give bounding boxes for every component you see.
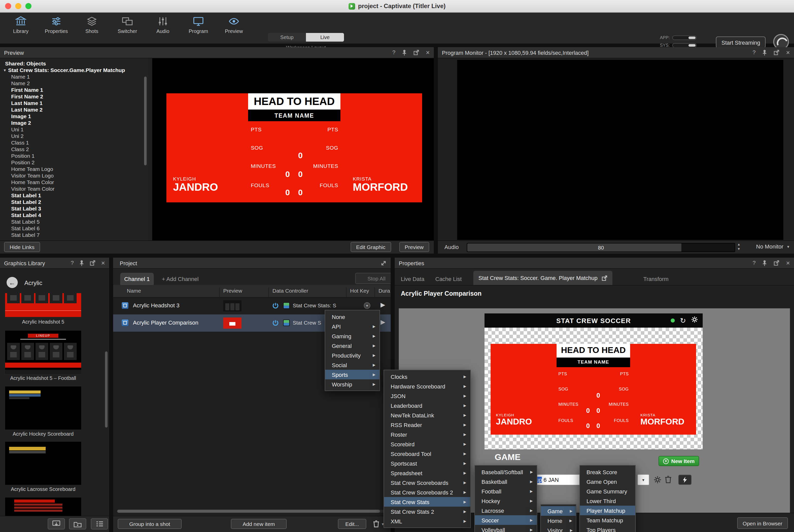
menu-item[interactable]: Team Matchup▶ bbox=[580, 515, 635, 525]
column-duration[interactable]: Dura bbox=[378, 288, 390, 293]
trash-icon[interactable] bbox=[665, 476, 672, 485]
tree-item[interactable]: Position 2 bbox=[0, 159, 148, 166]
library-thumbnail[interactable]: LINEUP bbox=[5, 331, 81, 374]
menu-item[interactable]: Roster▶ bbox=[384, 430, 470, 439]
toolbar-properties[interactable]: Properties bbox=[39, 16, 74, 34]
popout-icon[interactable] bbox=[774, 260, 779, 266]
back-button[interactable]: ← bbox=[6, 277, 18, 288]
power-icon[interactable] bbox=[272, 320, 279, 329]
item-dropdown-button[interactable]: ▼ bbox=[637, 474, 649, 485]
menu-item[interactable]: RSS Reader▶ bbox=[384, 420, 470, 430]
toolbar-audio[interactable]: Audio bbox=[145, 16, 181, 34]
tree-item[interactable]: Home Team Color bbox=[0, 179, 148, 186]
library-scrollbar[interactable] bbox=[105, 352, 108, 428]
new-item-button[interactable]: + New Item bbox=[659, 456, 699, 466]
tab-stat-crew-stats[interactable]: Stat Crew Stats: Soccer. Game. Player Ma… bbox=[473, 271, 612, 285]
toolbar-library[interactable]: Library bbox=[3, 16, 39, 34]
tree-item[interactable]: Stat Label 3 bbox=[0, 205, 148, 212]
add-channel-button[interactable]: + Add Channel bbox=[162, 273, 198, 285]
pin-icon[interactable] bbox=[79, 260, 84, 266]
column-data-controller[interactable]: Data Controller bbox=[272, 288, 308, 293]
popout-icon[interactable] bbox=[774, 50, 779, 55]
menu-item[interactable]: Worship▶ bbox=[325, 379, 379, 389]
library-thumbnail[interactable] bbox=[5, 386, 81, 430]
play-icon[interactable]: ▶ bbox=[380, 319, 385, 325]
send-to-screen-button[interactable] bbox=[48, 518, 65, 530]
pin-icon[interactable] bbox=[762, 260, 768, 266]
column-preview[interactable]: Preview bbox=[223, 288, 242, 293]
library-item-label[interactable]: Acrylic Lacrosse Scoreboard bbox=[0, 486, 86, 492]
tab-transform[interactable]: Transform bbox=[643, 273, 668, 285]
menu-item[interactable]: Clocks▶ bbox=[384, 372, 470, 381]
tree-item[interactable]: Stat Label 4 bbox=[0, 212, 148, 218]
help-icon[interactable]: ? bbox=[753, 260, 756, 266]
toolbar-program[interactable]: Program bbox=[181, 16, 216, 34]
edit-graphic-button[interactable]: Edit Graphic bbox=[351, 242, 391, 252]
library-item-label[interactable]: Acrylic Hockey Scoreboard bbox=[0, 431, 86, 437]
list-view-button[interactable] bbox=[91, 518, 108, 530]
menu-item[interactable]: Game▶ bbox=[541, 506, 576, 516]
delete-item-button[interactable]: ▼ bbox=[373, 520, 384, 528]
tree-item[interactable]: Name 2 bbox=[0, 80, 148, 87]
edit-button[interactable]: Edit... bbox=[338, 519, 366, 529]
menu-item[interactable]: Top Players▶ bbox=[580, 525, 635, 532]
gear-icon[interactable] bbox=[654, 476, 662, 486]
disclosure-icon[interactable]: ▼ bbox=[3, 67, 6, 74]
menu-item[interactable]: Scorebird▶ bbox=[384, 439, 470, 449]
menu-item[interactable]: Leaderboard▶ bbox=[384, 401, 470, 410]
start-streaming-button[interactable]: Start Streaming bbox=[716, 37, 766, 48]
popout-icon[interactable] bbox=[90, 260, 96, 266]
tree-item[interactable]: Visitor Team Logo bbox=[0, 172, 148, 179]
column-name[interactable]: Name bbox=[127, 288, 141, 293]
menu-item[interactable]: Game Open▶ bbox=[580, 477, 635, 486]
library-thumbnail[interactable] bbox=[5, 442, 81, 485]
library-item-label[interactable]: Acrylic Headshot 5 bbox=[0, 319, 86, 325]
menu-item[interactable]: Sports▶ bbox=[325, 370, 379, 379]
library-thumbnail[interactable] bbox=[5, 293, 81, 317]
tree-item[interactable]: Stat Label 7 bbox=[0, 232, 148, 239]
menu-item[interactable]: Home▶ bbox=[541, 516, 576, 526]
tree-item[interactable]: Stat Label 6 bbox=[0, 225, 148, 232]
stepper-up-icon[interactable]: ▲ bbox=[736, 242, 741, 247]
column-hot-key[interactable]: Hot Key bbox=[350, 288, 369, 293]
help-icon[interactable]: ? bbox=[753, 50, 756, 55]
menu-item[interactable]: Social▶ bbox=[325, 360, 379, 370]
menu-item[interactable]: Scoreboard Tool▶ bbox=[384, 449, 470, 458]
tree-item[interactable]: Uni 1 bbox=[0, 126, 148, 133]
horizontal-scrollbar[interactable] bbox=[117, 510, 385, 513]
tree-item[interactable]: Uni 2 bbox=[0, 133, 148, 139]
stop-all-button[interactable]: Stop All bbox=[355, 273, 391, 284]
help-icon[interactable]: ? bbox=[393, 50, 396, 55]
new-folder-button[interactable] bbox=[69, 518, 86, 530]
tree-item[interactable]: First Name 1 bbox=[0, 87, 148, 93]
tree-group[interactable]: ▼Stat Crew Stats: Soccer.Game.Player Mat… bbox=[0, 67, 148, 74]
tree-item[interactable]: Visitor Team Color bbox=[0, 186, 148, 192]
tree-item[interactable]: Image 2 bbox=[0, 120, 148, 126]
controller-dropdown-icon[interactable]: ▼ bbox=[364, 302, 371, 309]
menu-item[interactable]: None▶ bbox=[325, 312, 379, 322]
live-tab[interactable]: Live bbox=[306, 33, 344, 42]
menu-item[interactable]: Lower Third▶ bbox=[580, 496, 635, 506]
monitor-select[interactable]: No Monitor ▼ bbox=[756, 243, 790, 249]
gear-icon[interactable] bbox=[691, 316, 698, 325]
add-new-item-button[interactable]: Add new item bbox=[231, 519, 287, 529]
menu-item[interactable]: Stat Crew Stats 2▶ bbox=[384, 507, 470, 516]
menu-item[interactable]: Stat Crew Stats▶ bbox=[384, 497, 470, 507]
open-in-browser-button[interactable]: Open in Browser bbox=[737, 517, 788, 529]
snapshot-button[interactable] bbox=[678, 475, 692, 485]
menu-item[interactable]: Hardware Scoreboard▶ bbox=[384, 381, 470, 391]
menu-item[interactable]: Baseball/Softball▶ bbox=[475, 467, 537, 477]
power-icon[interactable] bbox=[272, 302, 279, 311]
toolbar-shots[interactable]: Shots bbox=[74, 16, 110, 34]
menu-item[interactable]: Break Score▶ bbox=[580, 467, 635, 477]
tree-item[interactable]: Name 1 bbox=[0, 74, 148, 80]
close-icon[interactable]: × bbox=[426, 49, 430, 56]
library-thumbnail[interactable] bbox=[5, 497, 81, 516]
close-icon[interactable]: × bbox=[101, 260, 105, 266]
menu-item[interactable]: Stat Crew Scoreboards 2▶ bbox=[384, 487, 470, 497]
pin-icon[interactable] bbox=[402, 50, 407, 56]
tree-item[interactable]: Stat Label 2 bbox=[0, 199, 148, 205]
preview-button[interactable]: Preview bbox=[399, 242, 429, 252]
group-into-shot-button[interactable]: Group into a shot bbox=[118, 519, 182, 529]
menu-item[interactable]: API▶ bbox=[325, 322, 379, 331]
